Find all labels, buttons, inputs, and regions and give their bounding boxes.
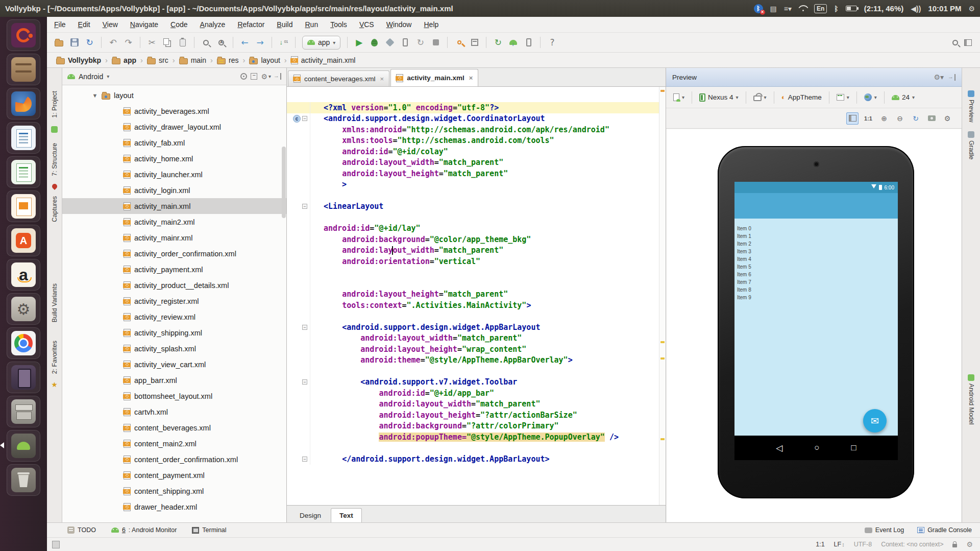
- launcher-libreoffice-calc[interactable]: [7, 156, 40, 188]
- api-version-select[interactable]: 24▾: [890, 92, 917, 103]
- launcher-device-manager[interactable]: [7, 362, 40, 393]
- search-everywhere-icon[interactable]: [952, 40, 958, 45]
- editor-tab-content_beverages-xml[interactable]: content_beverages.xml×: [288, 70, 389, 86]
- run-with-coverage-button[interactable]: [383, 36, 397, 49]
- copy-button[interactable]: [160, 36, 174, 49]
- cut-button[interactable]: ✂: [145, 36, 159, 49]
- volume-icon[interactable]: ◀)): [911, 5, 921, 13]
- configuration-to-render-select[interactable]: ▾: [671, 92, 687, 103]
- tree-item-activity_view_cart-xml[interactable]: activity_view_cart.xml: [62, 356, 286, 372]
- menu-run[interactable]: Run: [305, 20, 318, 29]
- tool-tab-favorites[interactable]: 2: Favorites: [51, 341, 58, 374]
- error-mark[interactable]: [660, 438, 665, 440]
- hide-panel-icon[interactable]: [275, 73, 281, 80]
- open-file-button[interactable]: [52, 36, 66, 49]
- preview-options-icon[interactable]: ⚙▾: [934, 73, 944, 81]
- list-item[interactable]: Item 5: [737, 264, 898, 272]
- tool-android-monitor[interactable]: 6: Android Monitor: [111, 526, 177, 534]
- theme-select[interactable]: ◐AppTheme: [779, 92, 824, 103]
- home-icon[interactable]: ○: [814, 443, 819, 453]
- tool-tab-project[interactable]: 1: Project: [51, 91, 58, 118]
- list-item[interactable]: Item 1: [737, 233, 898, 241]
- tree-item-activity_launcher-xml[interactable]: activity_launcher.xml: [62, 166, 286, 182]
- tool-todo[interactable]: TODO: [67, 526, 96, 534]
- project-view-select[interactable]: Android: [79, 73, 103, 81]
- tool-event-log[interactable]: Event Log: [865, 526, 904, 534]
- tool-gradle-console[interactable]: Gradle Console: [917, 526, 972, 534]
- tree-item-activity_review-xml[interactable]: activity_review.xml: [62, 309, 286, 325]
- device-screen[interactable]: 6:00 Item 0Item 1Item 2Item 3Item 4Item …: [734, 182, 898, 460]
- gradle-sync-button[interactable]: ↻: [491, 36, 505, 49]
- locale-select[interactable]: ▾: [862, 92, 879, 103]
- launcher-trash[interactable]: [7, 464, 40, 496]
- fold-icon[interactable]: −: [302, 457, 307, 462]
- menu-help[interactable]: Help: [424, 20, 438, 29]
- pan-zoom-button[interactable]: [846, 112, 859, 125]
- menu-refactor[interactable]: Refactor: [237, 20, 264, 29]
- tree-item-activity_main2-xml[interactable]: activity_main2.xml: [62, 214, 286, 230]
- lock-icon[interactable]: [952, 544, 957, 547]
- tool-window-toggle-icon[interactable]: [52, 541, 60, 548]
- error-mark[interactable]: [660, 341, 665, 343]
- rerun-button[interactable]: ↻: [413, 36, 427, 49]
- project-structure-button[interactable]: [468, 36, 481, 49]
- tree-item-activity_payment-xml[interactable]: activity_payment.xml: [62, 261, 286, 277]
- launcher-files[interactable]: [7, 54, 40, 85]
- pin-icon[interactable]: [51, 183, 58, 190]
- tool-tab-android-model[interactable]: Android Model: [968, 374, 975, 425]
- breadcrumb-res[interactable]: res: [215, 56, 240, 64]
- editor-tab-activity_main-xml[interactable]: activity_main.xml×: [390, 69, 478, 86]
- tree-item-cartvh-xml[interactable]: cartvh.xml: [62, 404, 286, 420]
- list-item[interactable]: Item 8: [737, 287, 898, 295]
- view-options-icon[interactable]: ⚙▾: [261, 73, 271, 81]
- breadcrumb-src[interactable]: src: [145, 56, 170, 64]
- launcher-ubuntu-dash[interactable]: [7, 19, 40, 51]
- breadcrumb-main[interactable]: main: [177, 56, 208, 64]
- menu-navigate[interactable]: Navigate: [130, 20, 158, 29]
- zoom-out-button[interactable]: ⊖: [894, 112, 906, 125]
- menu-vcs[interactable]: VCS: [359, 20, 374, 29]
- reformat-lines-button[interactable]: [277, 36, 290, 49]
- menu-view[interactable]: View: [103, 20, 118, 29]
- launcher-libreoffice-impress[interactable]: [7, 190, 40, 222]
- tool-tab-build-variants[interactable]: Build Variants: [51, 283, 58, 322]
- tree-item-bottomsheet_layout-xml[interactable]: bottomsheet_layout.xml: [62, 388, 286, 404]
- run-button[interactable]: ▶: [352, 36, 366, 49]
- launcher-system-settings[interactable]: [7, 293, 40, 325]
- tree-item-activity_shipping-xml[interactable]: activity_shipping.xml: [62, 325, 286, 341]
- stop-button[interactable]: [429, 36, 443, 49]
- tree-item-activity_login-xml[interactable]: activity_login.xml: [62, 182, 286, 198]
- tree-item-activity_fab-xml[interactable]: activity_fab.xml: [62, 135, 286, 151]
- list-item[interactable]: Item 9: [737, 295, 898, 302]
- locate-file-icon[interactable]: [240, 73, 247, 80]
- tool-tab-captures[interactable]: Captures: [51, 196, 58, 222]
- tool-terminal[interactable]: Terminal: [192, 526, 226, 534]
- launcher-ubuntu-software[interactable]: [7, 225, 40, 256]
- fold-icon[interactable]: −: [302, 116, 307, 121]
- fold-icon[interactable]: −: [302, 379, 307, 385]
- tree-item-activity_drawer_layout-xml[interactable]: activity_drawer_layout.xml: [62, 119, 286, 135]
- chevron-down-icon[interactable]: ▾: [107, 74, 109, 79]
- favorites-star-icon[interactable]: ★: [51, 380, 58, 389]
- menu-window[interactable]: Window: [386, 20, 412, 29]
- list-item[interactable]: Item 7: [737, 279, 898, 287]
- launcher-archive-manager[interactable]: [7, 396, 40, 427]
- tool-tab-gradle[interactable]: Gradle: [968, 131, 975, 160]
- tree-item-activity_home-xml[interactable]: activity_home.xml: [62, 151, 286, 166]
- screenshot-button[interactable]: [925, 112, 938, 125]
- tree-scrollbar[interactable]: [282, 147, 286, 218]
- launcher-firefox[interactable]: [7, 88, 40, 119]
- bluetooth-icon[interactable]: ᛒ: [834, 5, 838, 13]
- fold-icon[interactable]: −: [302, 204, 307, 209]
- tree-item-activity_beverages-xml[interactable]: activity_beverages.xml: [62, 103, 286, 119]
- redo-button[interactable]: ↷: [121, 36, 135, 49]
- list-item[interactable]: Item 3: [737, 249, 898, 256]
- messages-icon[interactable]: ▤: [770, 5, 777, 13]
- tree-item-activity_main-xml[interactable]: activity_main.xml: [62, 198, 286, 214]
- tool-tab-preview[interactable]: Preview: [968, 90, 975, 122]
- menu-code[interactable]: Code: [170, 20, 187, 29]
- launcher-amazon[interactable]: [7, 259, 40, 291]
- breadcrumb-layout[interactable]: layout: [247, 56, 282, 64]
- launcher-chrome[interactable]: [7, 327, 40, 359]
- tab-text[interactable]: Text: [331, 508, 362, 522]
